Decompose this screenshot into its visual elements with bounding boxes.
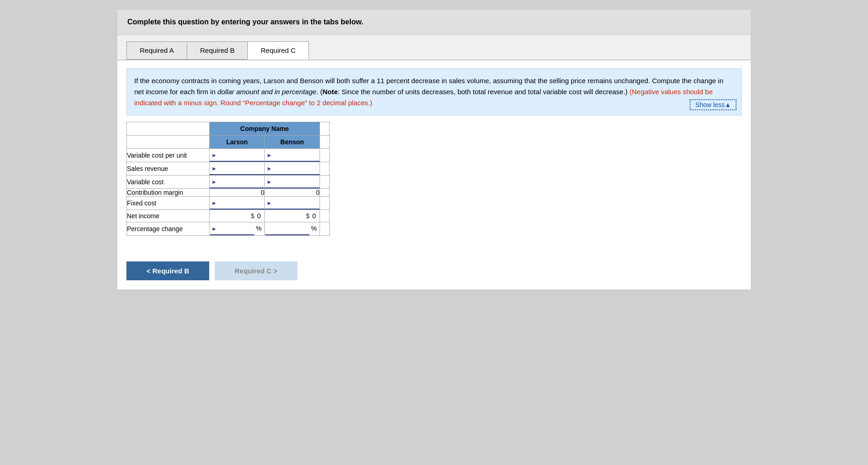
row-label-fixed-cost: Fixed cost — [127, 197, 210, 210]
row-end — [320, 149, 330, 162]
table-row: Variable cost per unit ► ► — [127, 149, 330, 162]
larson-sales-revenue-input[interactable] — [210, 162, 264, 175]
arrow-icon: ► — [267, 165, 272, 172]
nav-buttons: < Required B Required C > — [117, 261, 751, 289]
larson-dollar-sign: $ — [247, 212, 256, 220]
row-end — [320, 197, 330, 210]
larson-contribution-value: 0 — [210, 189, 265, 197]
larson-variable-cost-unit-cell[interactable]: ► — [210, 149, 265, 162]
larson-variable-cost-cell[interactable]: ► — [210, 176, 265, 189]
benson-sales-revenue-cell[interactable]: ► — [265, 162, 320, 176]
benson-fixed-cost-cell[interactable]: ► — [265, 197, 320, 210]
table-header-company: Company Name — [127, 122, 330, 136]
row-label-sales-revenue: Sales revenue — [127, 162, 210, 176]
table-header-cols: Larson Benson — [127, 136, 330, 149]
table-row: Variable cost ► ► — [127, 176, 330, 189]
table-row-percentage: Percentage change ► % % — [127, 222, 330, 236]
row-label-variable-cost-unit: Variable cost per unit — [127, 149, 210, 162]
arrow-icon: ► — [267, 152, 272, 159]
tab-content: If the economy contracts in coming years… — [117, 60, 751, 289]
instructions-text3: : Since the number of units decreases, b… — [338, 88, 630, 96]
larson-percentage-cell[interactable]: ► % — [210, 222, 265, 236]
benson-net-income-value: 0 — [312, 212, 316, 220]
benson-net-income-cell: $ 0 — [265, 210, 320, 222]
larson-fixed-cost-input[interactable] — [210, 197, 264, 210]
arrow-icon: ► — [211, 165, 217, 172]
benson-header: Benson — [265, 136, 320, 149]
arrow-icon: ► — [267, 200, 272, 206]
company-name-header: Company Name — [210, 122, 320, 136]
benson-sales-revenue-input[interactable] — [265, 162, 320, 175]
benson-percentage-cell[interactable]: % — [265, 222, 320, 236]
table-area: Company Name Larson Benson Variable cost… — [117, 122, 751, 254]
benson-percentage-input[interactable] — [265, 222, 309, 235]
row-end — [320, 162, 330, 176]
tabs-row: Required A Required B Required C — [117, 35, 751, 60]
benson-pct-sign: % — [311, 225, 320, 232]
row-label-contribution-margin: Contribution margin — [127, 189, 210, 197]
larson-variable-cost-unit-input[interactable] — [210, 149, 264, 162]
larson-header: Larson — [210, 136, 265, 149]
arrow-icon: ► — [211, 179, 217, 185]
row-label-net-income: Net income — [127, 210, 210, 222]
instructions-box: If the economy contracts in coming years… — [126, 68, 742, 115]
empty-header — [127, 122, 210, 136]
larson-net-income-value: 0 — [257, 212, 261, 220]
empty-subheader — [127, 136, 210, 149]
empty-header-right — [320, 122, 330, 136]
row-label-percentage-change: Percentage change — [127, 222, 210, 236]
larson-pct-sign: % — [256, 225, 264, 232]
row-end — [320, 222, 330, 236]
table-row: Sales revenue ► ► — [127, 162, 330, 176]
prev-button[interactable]: < Required B — [126, 261, 209, 280]
empty-subheader-right — [320, 136, 330, 149]
arrow-icon: ► — [211, 200, 217, 206]
tab-required-b[interactable]: Required B — [187, 41, 248, 60]
larson-sales-revenue-cell[interactable]: ► — [210, 162, 265, 176]
show-less-button[interactable]: Show less▲ — [690, 99, 737, 110]
arrow-icon: ► — [267, 179, 272, 185]
tab-required-a[interactable]: Required A — [126, 41, 187, 60]
table-row-net-income: Net income $ 0 $ 0 — [127, 210, 330, 222]
benson-variable-cost-unit-cell[interactable]: ► — [265, 149, 320, 162]
tab-required-c[interactable]: Required C — [247, 41, 309, 60]
larson-fixed-cost-cell[interactable]: ► — [210, 197, 265, 210]
table-row: Contribution margin 0 0 — [127, 189, 330, 197]
arrow-icon: ► — [211, 226, 217, 232]
main-container: Complete this question by entering your … — [117, 9, 751, 290]
instructions-note: Note — [322, 88, 337, 96]
data-table: Company Name Larson Benson Variable cost… — [126, 122, 330, 236]
benson-dollar-sign: $ — [303, 212, 311, 220]
next-button[interactable]: Required C > — [215, 261, 297, 280]
benson-fixed-cost-input[interactable] — [265, 197, 320, 210]
benson-contribution-value: 0 — [265, 189, 320, 197]
row-label-variable-cost: Variable cost — [127, 176, 210, 189]
larson-net-income-cell: $ 0 — [210, 210, 265, 222]
larson-variable-cost-input[interactable] — [210, 176, 264, 188]
benson-variable-cost-unit-input[interactable] — [265, 149, 320, 162]
arrow-icon: ► — [211, 152, 217, 159]
header-bar: Complete this question by entering your … — [117, 10, 751, 35]
row-end — [320, 189, 330, 197]
benson-variable-cost-cell[interactable]: ► — [265, 176, 320, 189]
benson-variable-cost-input[interactable] — [265, 176, 320, 188]
instructions-italic: dollar amount and in percentage — [217, 88, 316, 96]
row-end — [320, 176, 330, 189]
header-instruction: Complete this question by entering your … — [127, 18, 363, 26]
row-end — [320, 210, 330, 222]
instructions-text2: . ( — [316, 88, 322, 96]
table-row: Fixed cost ► ► — [127, 197, 330, 210]
